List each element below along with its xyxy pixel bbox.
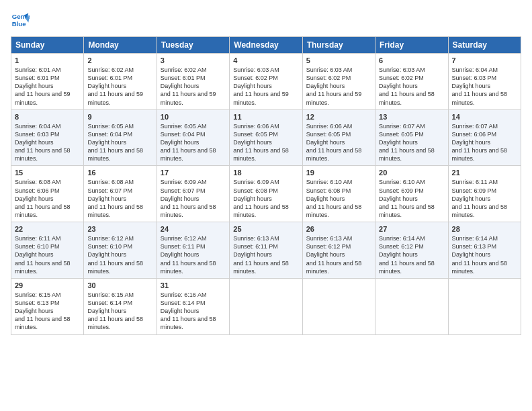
day-number: 1 (15, 56, 80, 64)
cell-info: Sunrise: 6:15 AMSunset: 6:14 PMDaylight … (87, 291, 143, 331)
calendar-cell: 2 Sunrise: 6:02 AMSunset: 6:01 PMDayligh… (84, 54, 157, 110)
calendar-cell: 14 Sunrise: 6:07 AMSunset: 6:06 PMDaylig… (448, 109, 521, 166)
calendar-cell: 12 Sunrise: 6:06 AMSunset: 6:05 PMDaylig… (302, 109, 375, 166)
cell-info: Sunrise: 6:03 AMSunset: 6:02 PMDaylight … (233, 66, 289, 106)
cell-info: Sunrise: 6:08 AMSunset: 6:07 PMDaylight … (87, 179, 143, 218)
cell-info: Sunrise: 6:11 AMSunset: 6:10 PMDaylight … (15, 235, 71, 275)
logo-icon: General Blue (11, 11, 30, 30)
calendar-cell: 17 Sunrise: 6:09 AMSunset: 6:07 PMDaylig… (157, 166, 229, 222)
day-number: 5 (306, 56, 371, 64)
day-number: 24 (161, 225, 226, 233)
calendar-cell: 9 Sunrise: 6:05 AMSunset: 6:04 PMDayligh… (84, 109, 157, 166)
calendar-cell: 21 Sunrise: 6:11 AMSunset: 6:09 PMDaylig… (448, 166, 521, 222)
calendar-week-3: 15 Sunrise: 6:08 AMSunset: 6:06 PMDaylig… (11, 166, 521, 222)
cell-info: Sunrise: 6:04 AMSunset: 6:03 PMDaylight … (452, 66, 508, 106)
calendar-cell: 24 Sunrise: 6:12 AMSunset: 6:11 PMDaylig… (157, 222, 229, 279)
day-number: 25 (233, 225, 298, 233)
cell-info: Sunrise: 6:02 AMSunset: 6:01 PMDaylight … (161, 66, 216, 106)
day-number: 26 (306, 225, 371, 233)
day-number: 13 (379, 113, 444, 121)
calendar-week-5: 29 Sunrise: 6:15 AMSunset: 6:13 PMDaylig… (11, 278, 521, 334)
cell-info: Sunrise: 6:09 AMSunset: 6:08 PMDaylight … (233, 179, 289, 218)
day-number: 3 (161, 56, 226, 64)
calendar-cell: 6 Sunrise: 6:03 AMSunset: 6:02 PMDayligh… (375, 54, 448, 110)
calendar-cell: 1 Sunrise: 6:01 AMSunset: 6:01 PMDayligh… (11, 54, 84, 110)
calendar-cell: 3 Sunrise: 6:02 AMSunset: 6:01 PMDayligh… (157, 54, 229, 110)
calendar-cell: 31 Sunrise: 6:16 AMSunset: 6:14 PMDaylig… (157, 278, 229, 334)
cell-info: Sunrise: 6:04 AMSunset: 6:03 PMDaylight … (15, 123, 71, 163)
calendar-cell: 10 Sunrise: 6:05 AMSunset: 6:04 PMDaylig… (157, 109, 229, 166)
day-number: 18 (233, 169, 298, 177)
day-header-sunday: Sunday (11, 37, 84, 54)
day-number: 30 (87, 281, 152, 289)
day-number: 12 (306, 113, 371, 121)
calendar-cell: 30 Sunrise: 6:15 AMSunset: 6:14 PMDaylig… (84, 278, 157, 334)
cell-info: Sunrise: 6:13 AMSunset: 6:11 PMDaylight … (233, 235, 289, 275)
day-number: 27 (379, 225, 444, 233)
cell-info: Sunrise: 6:02 AMSunset: 6:01 PMDaylight … (87, 66, 143, 106)
cell-info: Sunrise: 6:09 AMSunset: 6:07 PMDaylight … (161, 179, 216, 218)
day-header-tuesday: Tuesday (157, 37, 229, 54)
cell-info: Sunrise: 6:14 AMSunset: 6:13 PMDaylight … (452, 235, 508, 275)
cell-info: Sunrise: 6:03 AMSunset: 6:02 PMDaylight … (379, 66, 435, 106)
cell-info: Sunrise: 6:06 AMSunset: 6:05 PMDaylight … (233, 123, 289, 163)
calendar-cell: 5 Sunrise: 6:03 AMSunset: 6:02 PMDayligh… (302, 54, 375, 110)
calendar-cell (375, 278, 448, 334)
calendar-cell: 13 Sunrise: 6:07 AMSunset: 6:05 PMDaylig… (375, 109, 448, 166)
cell-info: Sunrise: 6:01 AMSunset: 6:01 PMDaylight … (15, 66, 71, 106)
day-number: 10 (161, 113, 226, 121)
cell-info: Sunrise: 6:07 AMSunset: 6:06 PMDaylight … (452, 123, 508, 163)
cell-info: Sunrise: 6:10 AMSunset: 6:08 PMDaylight … (306, 179, 362, 218)
calendar-cell: 16 Sunrise: 6:08 AMSunset: 6:07 PMDaylig… (84, 166, 157, 222)
day-number: 11 (233, 113, 298, 121)
cell-info: Sunrise: 6:12 AMSunset: 6:10 PMDaylight … (87, 235, 143, 275)
day-number: 2 (87, 56, 152, 64)
day-number: 9 (87, 113, 152, 121)
day-number: 20 (379, 169, 444, 177)
calendar-cell: 28 Sunrise: 6:14 AMSunset: 6:13 PMDaylig… (448, 222, 521, 279)
calendar-week-2: 8 Sunrise: 6:04 AMSunset: 6:03 PMDayligh… (11, 109, 521, 166)
cell-info: Sunrise: 6:07 AMSunset: 6:05 PMDaylight … (379, 123, 435, 163)
day-header-wednesday: Wednesday (230, 37, 302, 54)
day-number: 29 (15, 281, 80, 289)
calendar-header-row: SundayMondayTuesdayWednesdayThursdayFrid… (11, 37, 521, 54)
calendar-cell (448, 278, 521, 334)
cell-info: Sunrise: 6:05 AMSunset: 6:04 PMDaylight … (87, 123, 143, 163)
calendar-cell: 7 Sunrise: 6:04 AMSunset: 6:03 PMDayligh… (448, 54, 521, 110)
cell-info: Sunrise: 6:12 AMSunset: 6:11 PMDaylight … (161, 235, 216, 275)
calendar-cell: 4 Sunrise: 6:03 AMSunset: 6:02 PMDayligh… (230, 54, 302, 110)
svg-text:Blue: Blue (12, 20, 26, 28)
day-number: 23 (87, 225, 152, 233)
calendar-cell: 19 Sunrise: 6:10 AMSunset: 6:08 PMDaylig… (302, 166, 375, 222)
cell-info: Sunrise: 6:16 AMSunset: 6:14 PMDaylight … (161, 291, 216, 331)
calendar-cell (230, 278, 302, 334)
day-number: 15 (15, 169, 80, 177)
day-number: 21 (452, 169, 517, 177)
calendar-cell (302, 278, 375, 334)
day-number: 19 (306, 169, 371, 177)
calendar-cell: 18 Sunrise: 6:09 AMSunset: 6:08 PMDaylig… (230, 166, 302, 222)
calendar-week-1: 1 Sunrise: 6:01 AMSunset: 6:01 PMDayligh… (11, 54, 521, 110)
day-header-monday: Monday (84, 37, 157, 54)
cell-info: Sunrise: 6:10 AMSunset: 6:09 PMDaylight … (379, 179, 435, 218)
calendar-cell: 22 Sunrise: 6:11 AMSunset: 6:10 PMDaylig… (11, 222, 84, 279)
day-number: 8 (15, 113, 80, 121)
calendar-cell: 29 Sunrise: 6:15 AMSunset: 6:13 PMDaylig… (11, 278, 84, 334)
cell-info: Sunrise: 6:06 AMSunset: 6:05 PMDaylight … (306, 123, 362, 163)
day-number: 14 (452, 113, 517, 121)
calendar-table: SundayMondayTuesdayWednesdayThursdayFrid… (11, 36, 521, 335)
calendar-week-4: 22 Sunrise: 6:11 AMSunset: 6:10 PMDaylig… (11, 222, 521, 279)
cell-info: Sunrise: 6:11 AMSunset: 6:09 PMDaylight … (452, 179, 508, 218)
cell-info: Sunrise: 6:15 AMSunset: 6:13 PMDaylight … (15, 291, 71, 331)
calendar-cell: 20 Sunrise: 6:10 AMSunset: 6:09 PMDaylig… (375, 166, 448, 222)
logo: General Blue (11, 11, 32, 30)
day-header-friday: Friday (375, 37, 448, 54)
cell-info: Sunrise: 6:14 AMSunset: 6:12 PMDaylight … (379, 235, 435, 275)
calendar-cell: 23 Sunrise: 6:12 AMSunset: 6:10 PMDaylig… (84, 222, 157, 279)
calendar-cell: 11 Sunrise: 6:06 AMSunset: 6:05 PMDaylig… (230, 109, 302, 166)
day-number: 16 (87, 169, 152, 177)
day-number: 17 (161, 169, 226, 177)
cell-info: Sunrise: 6:13 AMSunset: 6:12 PMDaylight … (306, 235, 362, 275)
header: General Blue (11, 11, 521, 30)
calendar-cell: 15 Sunrise: 6:08 AMSunset: 6:06 PMDaylig… (11, 166, 84, 222)
